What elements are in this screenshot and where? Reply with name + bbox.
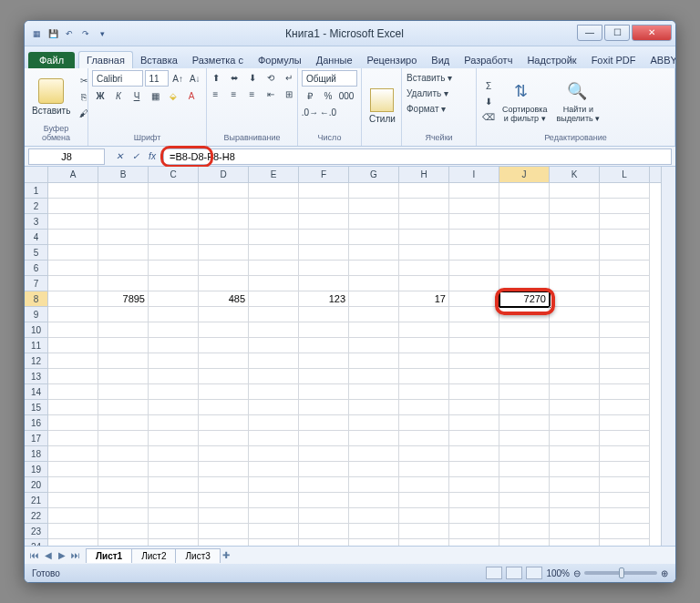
cancel-formula-icon[interactable]: ✕ (112, 149, 127, 164)
cell-B11[interactable] (98, 338, 149, 353)
tab-developer[interactable]: Разработч (457, 52, 520, 68)
fill-icon[interactable]: ⬇ (480, 95, 497, 109)
cell-A2[interactable] (48, 199, 98, 214)
cell-H16[interactable] (399, 415, 449, 431)
cell-G18[interactable] (349, 446, 399, 462)
cell-F18[interactable] (299, 446, 349, 462)
cell-J24[interactable] (499, 539, 550, 546)
insert-cells-button[interactable]: Вставить ▾ (406, 70, 472, 85)
cell-E2[interactable] (249, 199, 299, 214)
autosum-icon[interactable]: Σ (480, 79, 497, 94)
cell-F19[interactable] (299, 462, 349, 477)
cell-K8[interactable] (550, 291, 600, 307)
name-box[interactable]: J8 (28, 148, 105, 165)
cell-E24[interactable] (249, 539, 299, 546)
cell-H23[interactable] (399, 524, 449, 539)
cell-I8[interactable] (449, 291, 499, 307)
cell-E15[interactable] (249, 400, 299, 415)
cell-A15[interactable] (48, 400, 98, 415)
cell-J13[interactable] (499, 369, 550, 384)
sheet-nav-last-icon[interactable]: ⏭ (69, 549, 82, 562)
cell-G20[interactable] (349, 477, 399, 493)
cell-K9[interactable] (550, 307, 600, 322)
cell-I5[interactable] (449, 245, 499, 261)
tab-addins[interactable]: Надстройк (520, 52, 583, 68)
cell-F8[interactable]: 123 (299, 291, 349, 307)
cell-E12[interactable] (249, 353, 299, 369)
cell-E6[interactable] (249, 261, 299, 276)
cell-E19[interactable] (249, 462, 299, 477)
col-header-G[interactable]: G (349, 167, 399, 182)
font-color-icon[interactable]: A (183, 88, 200, 103)
cell-A1[interactable] (48, 183, 98, 199)
cell-J1[interactable] (499, 183, 550, 199)
zoom-handle[interactable] (619, 567, 624, 578)
cell-B18[interactable] (98, 446, 149, 462)
cell-I17[interactable] (449, 431, 499, 446)
cell-J2[interactable] (499, 199, 550, 214)
tab-abbyy[interactable]: ABBYY PD (643, 52, 676, 68)
cell-B9[interactable] (98, 307, 149, 322)
cell-A7[interactable] (48, 276, 98, 291)
cell-J19[interactable] (499, 462, 550, 477)
cell-L12[interactable] (600, 353, 650, 369)
cell-G17[interactable] (349, 431, 399, 446)
cell-G8[interactable] (349, 291, 399, 307)
cell-I14[interactable] (449, 384, 499, 400)
cell-I12[interactable] (449, 353, 499, 369)
cell-G14[interactable] (349, 384, 399, 400)
cell-F21[interactable] (299, 493, 349, 508)
cell-H8[interactable]: 17 (399, 291, 449, 307)
cell-G23[interactable] (349, 524, 399, 539)
align-left-icon[interactable]: ≡ (208, 87, 224, 101)
cell-B4[interactable] (98, 230, 149, 245)
percent-icon[interactable]: % (320, 88, 336, 103)
cell-E10[interactable] (249, 322, 299, 338)
cell-L13[interactable] (600, 369, 650, 384)
cell-H17[interactable] (399, 431, 449, 446)
cell-L9[interactable] (600, 307, 650, 322)
cell-K1[interactable] (550, 183, 600, 199)
sheet-nav-first-icon[interactable]: ⏮ (28, 549, 41, 562)
cell-C16[interactable] (149, 415, 199, 431)
col-header-B[interactable]: B (98, 167, 149, 182)
cell-J3[interactable] (499, 214, 550, 230)
cell-H15[interactable] (399, 400, 449, 415)
align-bottom-icon[interactable]: ⬇ (244, 70, 261, 85)
cell-K20[interactable] (550, 477, 600, 493)
cell-B8[interactable]: 7895 (98, 291, 149, 307)
cell-K5[interactable] (550, 245, 600, 261)
cell-L17[interactable] (600, 431, 650, 446)
cell-L24[interactable] (600, 539, 650, 546)
row-header-24[interactable]: 24 (25, 539, 47, 546)
cell-C11[interactable] (149, 338, 199, 353)
cell-I22[interactable] (449, 508, 499, 524)
cell-C4[interactable] (149, 230, 199, 245)
cell-C21[interactable] (149, 493, 199, 508)
cell-B15[interactable] (98, 400, 149, 415)
cell-C8[interactable] (149, 291, 199, 307)
align-right-icon[interactable]: ≡ (244, 87, 261, 101)
col-header-F[interactable]: F (299, 167, 349, 182)
cell-K23[interactable] (550, 524, 600, 539)
cell-D11[interactable] (199, 338, 249, 353)
undo-icon[interactable]: ↶ (63, 27, 76, 40)
vertical-scrollbar[interactable] (661, 167, 675, 546)
row-header-11[interactable]: 11 (25, 338, 47, 353)
cell-D8[interactable]: 485 (199, 291, 249, 307)
row-header-23[interactable]: 23 (25, 524, 47, 539)
sheet-tab-3[interactable]: Лист3 (175, 548, 220, 563)
cell-C3[interactable] (149, 214, 199, 230)
fx-icon[interactable]: fx (145, 149, 160, 164)
cell-D7[interactable] (199, 276, 249, 291)
cell-J20[interactable] (499, 477, 550, 493)
cell-J23[interactable] (499, 524, 550, 539)
cell-J16[interactable] (499, 415, 550, 431)
formula-input[interactable]: =B8-D8-F8-H8 (163, 148, 672, 165)
cell-F11[interactable] (299, 338, 349, 353)
col-header-K[interactable]: K (550, 167, 600, 182)
cell-J15[interactable] (499, 400, 550, 415)
cell-G10[interactable] (349, 322, 399, 338)
cell-I16[interactable] (449, 415, 499, 431)
cell-F15[interactable] (299, 400, 349, 415)
